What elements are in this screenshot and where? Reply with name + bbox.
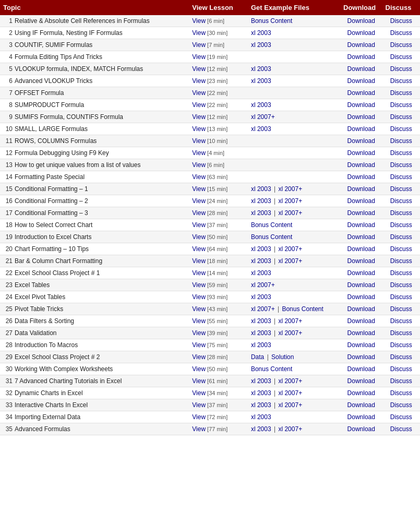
file-link-xl2007[interactable]: xl 2007+ [278,377,302,385]
discuss-link[interactable]: Discuss [390,149,412,157]
view-link[interactable]: View [192,149,206,157]
download-link[interactable]: Download [347,341,375,349]
view-link[interactable]: View [192,377,206,385]
download-link[interactable]: Download [347,305,375,313]
file-link-xl2003[interactable]: xl 2003 [251,125,271,133]
download-link[interactable]: Download [347,401,375,409]
download-link[interactable]: Download [347,149,375,157]
file-link-xl2003[interactable]: xl 2003 [251,413,271,421]
view-link[interactable]: View [192,41,206,49]
view-link[interactable]: View [192,305,206,313]
discuss-link[interactable]: Discuss [390,425,412,433]
discuss-link[interactable]: Discuss [390,401,412,409]
discuss-link[interactable]: Discuss [390,53,412,61]
download-link[interactable]: Download [347,89,375,97]
download-link[interactable]: Download [347,209,375,217]
discuss-link[interactable]: Discuss [390,257,412,265]
file-link-xl2007[interactable]: xl 2007+ [278,209,302,217]
file-link-xl2003[interactable]: xl 2003 [251,377,271,385]
view-link[interactable]: View [192,101,206,109]
file-link-xl2003[interactable]: xl 2003 [251,245,271,253]
file-link-xl2003[interactable]: xl 2003 [251,401,271,409]
view-link[interactable]: View [192,185,206,193]
file-link-xl2007[interactable]: xl 2007+ [278,389,302,397]
view-link[interactable]: View [192,53,206,61]
view-link[interactable]: View [192,233,206,241]
view-link[interactable]: View [192,245,206,253]
download-link[interactable]: Download [347,413,375,421]
download-link[interactable]: Download [347,353,375,361]
file-link-xl2007[interactable]: xl 2007+ [278,317,302,325]
download-link[interactable]: Download [347,269,375,277]
download-link[interactable]: Download [347,29,375,37]
download-link[interactable]: Download [347,41,375,49]
view-link[interactable]: View [192,425,206,433]
discuss-link[interactable]: Discuss [390,281,412,289]
file-link-xl2003[interactable]: xl 2003 [251,269,271,277]
download-link[interactable]: Download [347,293,375,301]
file-link-xl2003[interactable]: xl 2003 [251,317,271,325]
view-link[interactable]: View [192,173,206,181]
discuss-link[interactable]: Discuss [390,41,412,49]
file-link-xl2007[interactable]: xl 2007+ [278,329,302,337]
discuss-link[interactable]: Discuss [390,161,412,169]
file-link-xl2007[interactable]: xl 2007+ [251,305,275,313]
view-link[interactable]: View [192,389,206,397]
download-link[interactable]: Download [347,173,375,181]
download-link[interactable]: Download [347,377,375,385]
download-link[interactable]: Download [347,365,375,373]
discuss-link[interactable]: Discuss [390,185,412,193]
view-link[interactable]: View [192,257,206,265]
file-link-xl2003[interactable]: xl 2003 [251,329,271,337]
file-link-xl2007[interactable]: xl 2007+ [278,425,302,433]
view-link[interactable]: View [192,77,206,85]
discuss-link[interactable]: Discuss [390,29,412,37]
discuss-link[interactable]: Discuss [390,317,412,325]
view-link[interactable]: View [192,293,206,301]
discuss-link[interactable]: Discuss [390,209,412,217]
file-link-xl2003[interactable]: xl 2003 [251,29,271,37]
view-link[interactable]: View [192,401,206,409]
download-link[interactable]: Download [347,101,375,109]
file-link-xl2003[interactable]: xl 2003 [251,389,271,397]
discuss-link[interactable]: Discuss [390,413,412,421]
download-link[interactable]: Download [347,77,375,85]
view-link[interactable]: View [192,137,206,145]
view-link[interactable]: View [192,65,206,73]
discuss-link[interactable]: Discuss [390,197,412,205]
download-link[interactable]: Download [347,281,375,289]
file-link-xl2003[interactable]: xl 2003 [251,293,271,301]
discuss-link[interactable]: Discuss [390,293,412,301]
view-link[interactable]: View [192,125,206,133]
file-link-xl2003[interactable]: xl 2003 [251,341,271,349]
file-link-xl2003[interactable]: xl 2003 [251,101,271,109]
download-link[interactable]: Download [347,125,375,133]
view-link[interactable]: View [192,221,206,229]
file-link-data[interactable]: Data [251,353,264,361]
discuss-link[interactable]: Discuss [390,89,412,97]
discuss-link[interactable]: Discuss [390,125,412,133]
discuss-link[interactable]: Discuss [390,377,412,385]
download-link[interactable]: Download [347,53,375,61]
file-link-xl2007[interactable]: xl 2007+ [251,281,275,289]
file-link-bonus[interactable]: Bonus Content [251,221,292,229]
download-link[interactable]: Download [347,137,375,145]
file-link-xl2007[interactable]: xl 2007+ [251,113,275,121]
file-link-xl2007[interactable]: xl 2007+ [278,185,302,193]
download-link[interactable]: Download [347,245,375,253]
view-link[interactable]: View [192,161,206,169]
file-link-xl2007[interactable]: xl 2007+ [278,245,302,253]
file-link-bonus[interactable]: Bonus Content [282,305,323,313]
view-link[interactable]: View [192,365,206,373]
file-link-solution[interactable]: Solution [271,353,294,361]
view-link[interactable]: View [192,413,206,421]
download-link[interactable]: Download [347,221,375,229]
discuss-link[interactable]: Discuss [390,101,412,109]
view-link[interactable]: View [192,17,206,25]
download-link[interactable]: Download [347,257,375,265]
download-link[interactable]: Download [347,65,375,73]
file-link-xl2007[interactable]: xl 2007+ [278,197,302,205]
view-link[interactable]: View [192,329,206,337]
file-link-bonus[interactable]: Bonus Content [251,365,292,373]
discuss-link[interactable]: Discuss [390,221,412,229]
